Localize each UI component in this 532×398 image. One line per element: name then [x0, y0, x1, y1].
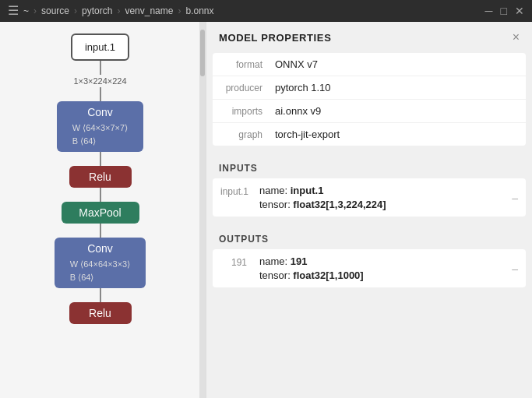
connector-1 [100, 61, 101, 75]
scrollbar[interactable] [199, 22, 206, 398]
breadcrumb: ☰ ~ › source › pytorch › venv_name › b.o… [8, 3, 213, 18]
imports-row: imports ai.onnx v9 [213, 100, 526, 123]
producer-value: pytorch 1.10 [275, 82, 331, 93]
props-header: MODEL PROPERTIES × [206, 22, 532, 53]
conv1-weight: W ⟨64×3×7×7⟩ [72, 122, 128, 135]
output-row-0[interactable]: 191 name: 191 tensor: float32[1,1000] – [213, 249, 526, 287]
maxpool-label: MaxPool [79, 206, 121, 219]
conv2-node[interactable]: Conv W ⟨64×64×3×3⟩ B ⟨64⟩ [55, 238, 146, 288]
scroll-thumb[interactable] [200, 30, 205, 76]
main-content: input.1 1×3×224×224 Conv W ⟨64×3×7×7⟩ B … [0, 22, 532, 398]
output-0-expand-icon[interactable]: – [512, 262, 518, 275]
graph-key: graph [220, 129, 275, 140]
graph-value: torch-jit-export [275, 129, 340, 140]
format-value: ONNX v7 [275, 58, 318, 70]
input-0-expand-icon[interactable]: – [512, 192, 518, 204]
output-0-id: 191 [220, 255, 259, 268]
conv1-title: Conv [72, 106, 128, 118]
connector-3 [100, 152, 101, 166]
format-row: format ONNX v7 [213, 53, 526, 76]
producer-key: producer [220, 83, 275, 93]
producer-row: producer pytorch 1.10 [213, 76, 526, 100]
input-row-0[interactable]: input.1 name: input.1 tensor: float32[1,… [213, 178, 526, 217]
relu1-node[interactable]: Relu [69, 166, 132, 188]
maximize-button[interactable]: □ [501, 5, 507, 16]
window-controls: ─ □ ✕ [485, 5, 524, 16]
input-0-details: name: input.1 tensor: float32[1,3,224,22… [259, 185, 512, 210]
conv2-title: Conv [70, 242, 130, 255]
conv1-bias: B ⟨64⟩ [72, 135, 128, 148]
minimize-button[interactable]: ─ [485, 5, 493, 16]
connector-4 [100, 188, 101, 202]
input-0-name: name: input.1 [259, 185, 512, 196]
relu2-label: Relu [89, 307, 111, 319]
output-0-details: name: 191 tensor: float32[1,1000] [259, 255, 512, 281]
relu1-label: Relu [89, 171, 111, 183]
hamburger-icon[interactable]: ☰ [8, 3, 19, 18]
breadcrumb-venv: venv_name [125, 5, 173, 16]
maxpool-node[interactable]: MaxPool [62, 202, 139, 224]
conv1-node[interactable]: Conv W ⟨64×3×7×7⟩ B ⟨64⟩ [57, 101, 143, 152]
graph-area: input.1 1×3×224×224 Conv W ⟨64×3×7×7⟩ B … [0, 22, 200, 336]
inputs-section-label: INPUTS [206, 155, 532, 178]
breadcrumb-pytorch: pytorch [82, 5, 112, 16]
graph-row: graph torch-jit-export [213, 123, 526, 146]
imports-value: ai.onnx v9 [275, 105, 321, 117]
breadcrumb-file: b.onnx [185, 5, 213, 16]
inputs-card: input.1 name: input.1 tensor: float32[1,… [213, 178, 526, 217]
output-0-name: name: 191 [259, 255, 512, 267]
props-close-button[interactable]: × [513, 31, 520, 44]
relu2-node[interactable]: Relu [69, 302, 132, 324]
output-0-tensor: tensor: float32[1,1000] [259, 269, 512, 281]
props-title: MODEL PROPERTIES [219, 32, 332, 44]
conv2-weight: W ⟨64×64×3×3⟩ [70, 258, 130, 271]
connector-2 [100, 87, 101, 101]
model-properties-table: format ONNX v7 producer pytorch 1.10 imp… [213, 53, 526, 146]
imports-key: imports [220, 106, 275, 117]
graph-panel: input.1 1×3×224×224 Conv W ⟨64×3×7×7⟩ B … [0, 22, 206, 398]
dim-label: 1×3×224×224 [73, 76, 126, 86]
titlebar: ☰ ~ › source › pytorch › venv_name › b.o… [0, 0, 532, 22]
format-key: format [220, 59, 275, 70]
props-panel: MODEL PROPERTIES × format ONNX v7 produc… [206, 22, 532, 398]
input-node-label: input.1 [85, 41, 115, 53]
close-button[interactable]: ✕ [515, 5, 524, 16]
breadcrumb-source: source [41, 5, 69, 16]
outputs-card: 191 name: 191 tensor: float32[1,1000] – [213, 249, 526, 287]
conv2-bias: B ⟨64⟩ [70, 271, 130, 284]
breadcrumb-tilde: ~ [23, 5, 29, 16]
input-0-id: input.1 [220, 185, 259, 197]
outputs-section-label: OUTPUTS [206, 226, 532, 249]
input-node[interactable]: input.1 [71, 33, 129, 61]
input-0-tensor: tensor: float32[1,3,224,224] [259, 199, 512, 210]
connector-6 [100, 288, 101, 302]
connector-5 [100, 224, 101, 238]
